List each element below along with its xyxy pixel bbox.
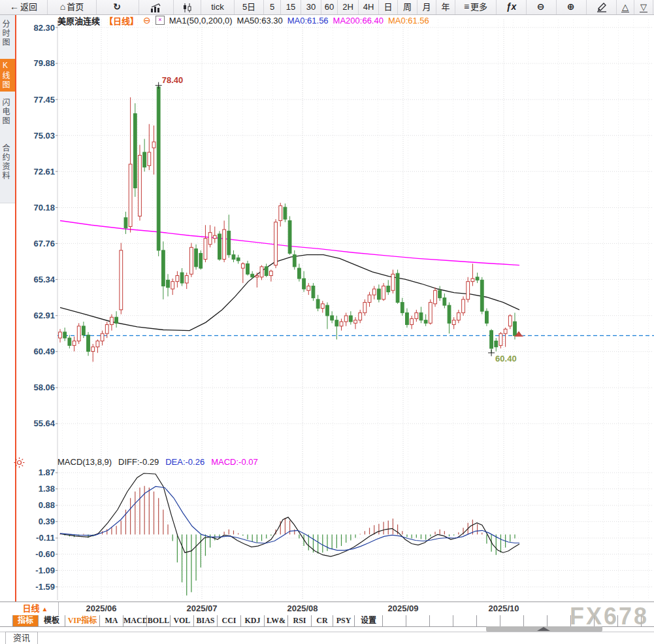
macd-series (60, 486, 515, 596)
tab-VIP指标[interactable]: VIP指标 (65, 615, 100, 626)
interval-60-button[interactable]: 60 (321, 0, 338, 14)
triangle-up-icon: △ (621, 2, 629, 12)
xaxis-month-label: 2025/09 (388, 603, 419, 613)
tab-模板[interactable]: 模板 (39, 615, 65, 626)
tab-news[interactable]: 资讯 (5, 632, 38, 644)
ma-settings: MA1(50,0,200,0) (169, 16, 233, 25)
triangle-down-button[interactable]: ▽ (634, 0, 653, 14)
tab-指标[interactable]: 指标 (13, 615, 39, 626)
tab-empty (406, 615, 430, 626)
interval-week-button[interactable]: 周 (398, 0, 417, 14)
interval-2h-button[interactable]: 2H (338, 0, 359, 14)
svg-text:62.91: 62.91 (33, 311, 55, 320)
left-sidebar: 分时图K线图闪电图合约资料 (0, 14, 16, 602)
svg-text:82.30: 82.30 (33, 23, 55, 33)
xaxis-month-label: 2025/08 (287, 603, 318, 613)
svg-text:79.88: 79.88 (33, 58, 55, 68)
svg-text:1.38: 1.38 (39, 484, 55, 494)
interval-day-button[interactable]: 日 (379, 0, 398, 14)
macd-diff-line (60, 473, 519, 556)
interval-month-button[interactable]: 月 (417, 0, 436, 14)
tab-empty (430, 615, 453, 626)
sidebar-item-3[interactable]: 闪电图 (0, 98, 15, 126)
tab-empty (642, 615, 654, 626)
tab-MA[interactable]: MA (100, 615, 123, 626)
tab-CR[interactable]: CR (312, 615, 333, 626)
home-button[interactable]: ⌂首页 (48, 0, 97, 14)
tab-empty (500, 615, 524, 626)
indicator-chip-icon[interactable]: × (155, 16, 165, 25)
svg-text:70.18: 70.18 (33, 203, 55, 212)
tab-empty (453, 615, 477, 626)
back-button[interactable]: ←返回 (0, 0, 48, 14)
tab-BOLL[interactable]: BOLL (147, 615, 171, 626)
fx-indicator-button[interactable]: ƒx (497, 0, 527, 14)
refresh-button[interactable]: ↻ (97, 0, 139, 14)
tab-empty (548, 615, 571, 626)
refresh-icon: ↻ (113, 1, 121, 12)
more-button[interactable]: ≡更多 (455, 0, 497, 14)
period-tag: 【日线】 (105, 14, 139, 27)
svg-text:-1.59: -1.59 (35, 582, 55, 592)
tab-MACD[interactable]: MACD (123, 615, 147, 626)
chart-canvas[interactable]: 82.3079.8877.4575.0372.6170.1867.7665.34… (17, 14, 654, 602)
svg-text:58.06: 58.06 (33, 382, 55, 392)
zoom-out-icon: ⊖ (537, 1, 545, 12)
collapse-icon[interactable]: ⊖ (143, 15, 151, 25)
macd-diff-value: DIFF:-0.29 (118, 457, 159, 467)
svg-text:72.61: 72.61 (33, 167, 55, 177)
svg-text:-1.09: -1.09 (35, 566, 55, 575)
tab-empty (571, 615, 595, 626)
sidebar-item-4[interactable]: 合约资料 (0, 144, 15, 180)
tab-empty (618, 615, 642, 626)
tab-spacer (0, 615, 13, 626)
horizontal-scrollbar[interactable] (486, 626, 602, 632)
tab-CCI[interactable]: CCI (218, 615, 241, 626)
scroll-strip (0, 626, 654, 632)
tab-PSY[interactable]: PSY (333, 615, 355, 626)
home-icon: ⌂ (60, 1, 65, 12)
tab-BIAS[interactable]: BIAS (194, 615, 218, 626)
tab-LW&[interactable]: LW& (265, 615, 288, 626)
interval-30-button[interactable]: 30 (301, 0, 321, 14)
tab-KDJ[interactable]: KDJ (241, 615, 265, 626)
zoom-in-button[interactable]: ⊕ (557, 0, 587, 14)
low-price-label: 60.40 (495, 354, 517, 364)
month-gridlines (101, 20, 504, 600)
triangle-up-button[interactable]: △ (617, 0, 634, 14)
ma50-value: MA50:63.30 (237, 16, 283, 25)
interval-5-button[interactable]: 5 (264, 0, 281, 14)
ma0-blue-value: MA0:61.56 (287, 16, 329, 25)
top-toolbar: ←返回⌂首页↻tick5日51530602H4H日周月年≡更多ƒx⊖⊕△▽$模 (0, 0, 654, 15)
interval-year-button[interactable]: 年 (436, 0, 455, 14)
zoom-out-button[interactable]: ⊖ (527, 0, 557, 14)
indicator-settings-icon[interactable] (14, 457, 25, 468)
scrollbar-up-arrow-icon[interactable] (537, 627, 550, 631)
draw-button[interactable] (587, 0, 617, 14)
indicator-tabs: 指标模板VIP指标MAMACDBOLLVOLBIASCCIKDJLW&RSICR… (0, 615, 654, 627)
svg-text:65.34: 65.34 (33, 275, 55, 284)
interval-5d-button[interactable]: 5日 (235, 0, 264, 14)
svg-text:67.76: 67.76 (33, 239, 55, 248)
sidebar-item-1[interactable]: 分时图 (0, 20, 15, 47)
tab-RSI[interactable]: RSI (288, 615, 312, 626)
tab-设置[interactable]: 设置 (355, 615, 383, 626)
xaxis-row: 日线▲ 2025/062025/072025/082025/092025/10 (0, 602, 654, 616)
tab-VOL[interactable]: VOL (171, 615, 194, 626)
svg-text:-0.60: -0.60 (35, 549, 55, 559)
interval-tick-button[interactable]: tick (201, 0, 235, 14)
interval-4h-button[interactable]: 4H (359, 0, 379, 14)
sidebar-item-2[interactable]: K线图 (0, 59, 15, 92)
chart-type-candle-button[interactable] (174, 0, 201, 14)
svg-text:60.49: 60.49 (33, 347, 55, 356)
chart-type-bar-button[interactable] (139, 0, 174, 14)
symbol-name: 美原油连续 (57, 14, 100, 27)
minor-gridlines (63, 20, 649, 600)
interval-15-button[interactable]: 15 (281, 0, 301, 14)
high-price-label: 78.40 (162, 75, 184, 85)
period-selector[interactable]: 日线▲ (12, 602, 59, 615)
pencil-icon (596, 2, 608, 12)
macd-header: MACD(13,8,9) DIFF:-0.29 DEA:-0.26 MACD:-… (57, 457, 258, 467)
macd-axis: 1.871.380.880.39-0.11-0.60-1.09-1.59 (35, 467, 653, 592)
xaxis-month-label: 2025/10 (489, 603, 519, 613)
